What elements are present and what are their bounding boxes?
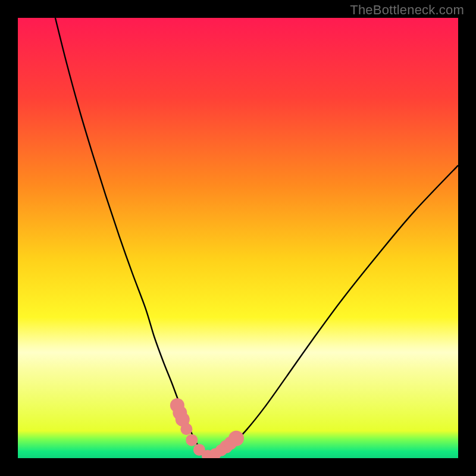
marker-point — [186, 434, 198, 446]
watermark-text: TheBottleneck.com — [350, 2, 464, 18]
chart-container — [18, 18, 458, 458]
bottleneck-chart — [18, 18, 458, 458]
marker-point — [228, 431, 244, 446]
marker-point — [180, 423, 192, 435]
